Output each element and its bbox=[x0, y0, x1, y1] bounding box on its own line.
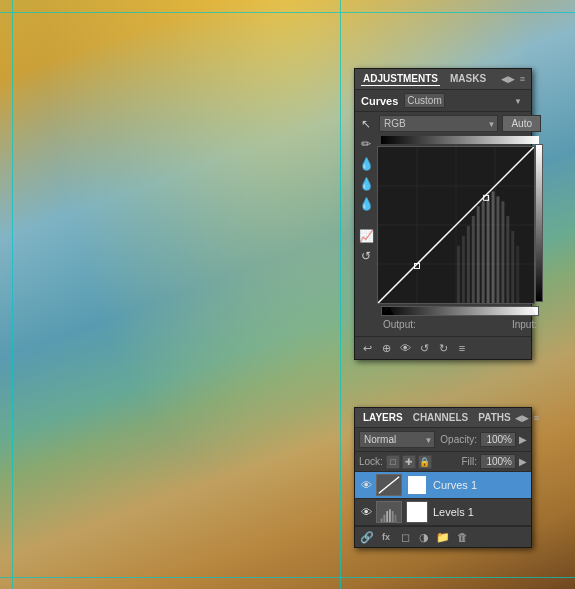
grid-svg bbox=[378, 147, 534, 303]
levels-thumb-svg bbox=[377, 501, 401, 523]
curves-tools-column: ↖ ✏ 💧 💧 💧 📈 ↺ bbox=[355, 112, 377, 336]
svg-rect-17 bbox=[506, 216, 509, 303]
curve-smooth-tool[interactable]: ↺ bbox=[357, 247, 375, 265]
tab-masks[interactable]: MASKS bbox=[448, 72, 488, 86]
layer-visibility-curves1[interactable]: 👁 bbox=[359, 478, 373, 492]
layers-panel-header: LAYERS CHANNELS PATHS ◀▶ ≡ bbox=[355, 408, 531, 428]
tab-channels[interactable]: CHANNELS bbox=[411, 411, 471, 424]
tab-paths[interactable]: PATHS bbox=[476, 411, 512, 424]
adjustments-bottom-toolbar: ↩ ⊕ 👁 ↺ ↻ ≡ bbox=[355, 336, 531, 359]
layers-menu-icon[interactable]: ≡ bbox=[534, 413, 539, 423]
channel-row: RGB ▼ Auto bbox=[377, 115, 543, 132]
reset-icon[interactable]: ↩ bbox=[359, 340, 375, 356]
lock-icons-group: □ ✚ 🔒 bbox=[386, 455, 432, 469]
guide-horizontal-bottom bbox=[0, 577, 575, 578]
panel-menu-icon[interactable]: ≡ bbox=[520, 74, 525, 84]
svg-rect-13 bbox=[487, 196, 490, 303]
link-layers-icon[interactable]: 🔗 bbox=[359, 529, 375, 545]
fill-arrow-icon[interactable]: ▶ bbox=[519, 456, 527, 467]
layer-visibility-levels1[interactable]: 👁 bbox=[359, 505, 373, 519]
add-mask-icon[interactable]: ◻ bbox=[397, 529, 413, 545]
redo-icon[interactable]: ↻ bbox=[435, 340, 451, 356]
eye-icon[interactable]: 👁 bbox=[397, 340, 413, 356]
lock-row: Lock: □ ✚ 🔒 Fill: ▶ bbox=[355, 452, 531, 472]
svg-rect-30 bbox=[392, 511, 394, 522]
add-adjustment-icon[interactable]: ⊕ bbox=[378, 340, 394, 356]
curve-display-wrapper bbox=[377, 136, 543, 316]
opacity-arrow-icon[interactable]: ▶ bbox=[519, 434, 527, 445]
curve-right-section: RGB ▼ Auto bbox=[377, 112, 546, 336]
delete-layer-icon[interactable]: 🗑 bbox=[454, 529, 470, 545]
curves-select-tool[interactable]: ↖ bbox=[357, 115, 375, 133]
panel-tabs: ADJUSTMENTS MASKS bbox=[361, 72, 488, 86]
layer-mask-levels1 bbox=[406, 501, 428, 523]
svg-rect-27 bbox=[383, 515, 385, 522]
curve-with-side bbox=[377, 144, 543, 306]
guide-vertical-left bbox=[12, 0, 13, 589]
svg-rect-31 bbox=[395, 515, 397, 522]
lock-label: Lock: bbox=[359, 456, 383, 467]
channel-select[interactable]: RGB bbox=[379, 115, 498, 132]
curve-graph[interactable] bbox=[377, 146, 535, 304]
panel-double-arrow-icon[interactable]: ◀▶ bbox=[499, 74, 517, 84]
fx-icon[interactable]: fx bbox=[378, 529, 394, 545]
white-point-slider[interactable] bbox=[526, 307, 536, 315]
opacity-input[interactable] bbox=[480, 432, 516, 447]
preset-arrow-icon: ▼ bbox=[514, 96, 522, 105]
output-label: Output: bbox=[383, 319, 416, 330]
black-point-slider[interactable] bbox=[384, 307, 394, 315]
curve-display-toggle[interactable]: 📈 bbox=[357, 227, 375, 245]
svg-rect-29 bbox=[389, 509, 391, 522]
channel-select-wrapper: RGB ▼ bbox=[379, 115, 498, 132]
gradient-bar-bottom bbox=[381, 306, 539, 316]
preset-wrapper: Custom ▼ bbox=[404, 93, 525, 108]
svg-rect-28 bbox=[386, 511, 388, 522]
curves-title-bar: Curves Custom ▼ bbox=[355, 90, 531, 112]
preset-select[interactable]: Custom bbox=[404, 93, 445, 108]
blend-mode-wrapper: Normal ▼ bbox=[359, 431, 435, 448]
layer-item-levels1[interactable]: 👁 Levels 1 bbox=[355, 499, 531, 526]
tab-layers[interactable]: LAYERS bbox=[361, 411, 405, 424]
gradient-bar-top bbox=[381, 136, 539, 144]
svg-rect-7 bbox=[457, 246, 460, 303]
lock-all-icon[interactable]: 🔒 bbox=[418, 455, 432, 469]
panel-header-controls: ◀▶ ≡ bbox=[499, 74, 525, 84]
auto-button[interactable]: Auto bbox=[502, 115, 541, 132]
new-group-icon[interactable]: 📁 bbox=[435, 529, 451, 545]
input-label: Input: bbox=[512, 319, 537, 330]
layers-bottom-bar: 🔗 fx ◻ ◑ 📁 🗑 bbox=[355, 526, 531, 547]
curves-title: Curves bbox=[361, 95, 398, 107]
layers-header-controls: ◀▶ ≡ bbox=[513, 413, 539, 423]
layer-thumb-curves1 bbox=[376, 474, 402, 496]
lock-move-icon[interactable]: ✚ bbox=[402, 455, 416, 469]
lock-pixels-icon[interactable]: □ bbox=[386, 455, 400, 469]
curves-thumb-svg bbox=[377, 474, 401, 496]
blend-mode-select[interactable]: Normal bbox=[359, 431, 435, 448]
layers-double-arrow-icon[interactable]: ◀▶ bbox=[513, 413, 531, 423]
svg-rect-16 bbox=[501, 201, 504, 303]
layers-tabs: LAYERS CHANNELS PATHS bbox=[361, 411, 513, 424]
tab-adjustments[interactable]: ADJUSTMENTS bbox=[361, 72, 440, 86]
layer-item-curves1[interactable]: 👁 Curves 1 bbox=[355, 472, 531, 499]
menu-icon[interactable]: ≡ bbox=[454, 340, 470, 356]
adjustment-layer-icon[interactable]: ◑ bbox=[416, 529, 432, 545]
eyedropper-white-tool[interactable]: 💧 bbox=[357, 195, 375, 213]
eyedropper-black-tool[interactable]: 💧 bbox=[357, 155, 375, 173]
svg-rect-9 bbox=[467, 226, 470, 303]
svg-rect-14 bbox=[492, 191, 495, 303]
opacity-label: Opacity: bbox=[440, 434, 477, 445]
svg-rect-26 bbox=[381, 518, 383, 522]
svg-rect-18 bbox=[511, 231, 514, 303]
layer-name-curves1: Curves 1 bbox=[433, 479, 527, 491]
layer-mask-curves1 bbox=[406, 474, 428, 496]
curves-pencil-tool[interactable]: ✏ bbox=[357, 135, 375, 153]
fill-input[interactable] bbox=[480, 454, 516, 469]
eyedropper-gray-tool[interactable]: 💧 bbox=[357, 175, 375, 193]
curves-content: ↖ ✏ 💧 💧 💧 📈 ↺ RGB ▼ Auto bbox=[355, 112, 531, 336]
svg-rect-19 bbox=[516, 246, 519, 303]
svg-rect-11 bbox=[477, 206, 480, 303]
undo-icon[interactable]: ↺ bbox=[416, 340, 432, 356]
spacer bbox=[357, 215, 375, 225]
svg-rect-12 bbox=[482, 201, 485, 303]
output-input-row: Output: Input: bbox=[377, 316, 543, 333]
